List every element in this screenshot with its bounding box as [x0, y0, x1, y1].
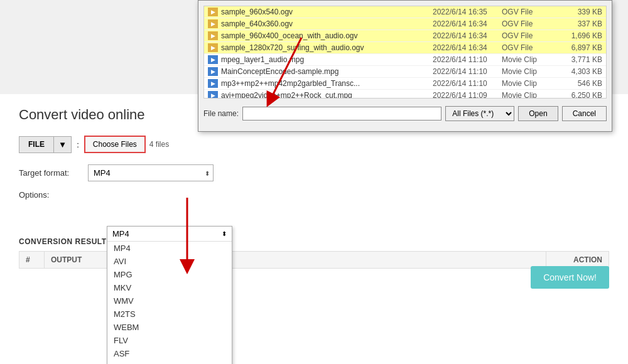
format-header-label: MP4: [112, 229, 129, 238]
file-row-5[interactable]: ▶ mpeg_layer1_audio.mpg 2022/6/14 11:10 …: [204, 54, 606, 66]
format-dropdown-wrapper: MP4 ⬍: [88, 164, 214, 181]
file-type-3: OGV File: [502, 31, 558, 40]
file-date-3: 2022/6/14 16:34: [433, 31, 502, 40]
file-size-5: 3,771 KB: [558, 55, 602, 64]
file-date-1: 2022/6/14 16:35: [433, 8, 502, 16]
file-name-7: mp3++mp2++mp42mp2garbled_Transc...: [221, 79, 433, 88]
file-icon-mpg-4: ▶: [208, 91, 218, 99]
files-count: 4 files: [149, 140, 169, 149]
file-row-6[interactable]: ▶ MainConceptEncoded-sample.mpg 2022/6/1…: [204, 66, 606, 78]
colon-separator: :: [77, 140, 79, 149]
format-item-flv[interactable]: FLV: [107, 334, 232, 347]
file-row-3[interactable]: ▶ sample_960x400_ocean_with_audio.ogv 20…: [204, 30, 606, 42]
cancel-button[interactable]: Cancel: [562, 106, 607, 121]
open-button[interactable]: Open: [518, 106, 558, 121]
file-date-6: 2022/6/14 11:10: [433, 67, 502, 76]
file-btn-group: FILE ▼: [19, 136, 72, 153]
format-item-mov[interactable]: MOV: [107, 360, 232, 364]
file-name-input[interactable]: [242, 107, 441, 120]
file-name-3: sample_960x400_ocean_with_audio.ogv: [221, 31, 433, 40]
file-date-2: 2022/6/14 16:34: [433, 19, 502, 28]
file-date-8: 2022/6/14 11:09: [433, 91, 502, 99]
file-row-1[interactable]: ▶ sample_960x540.ogv 2022/6/14 16:35 OGV…: [204, 6, 606, 18]
file-name-2: sample_640x360.ogv: [221, 19, 433, 28]
file-type-select[interactable]: All Files (*.*): [445, 106, 514, 121]
file-list: ▶ sample_960x540.ogv 2022/6/14 16:35 OGV…: [203, 6, 607, 99]
file-name-label: File name:: [203, 109, 239, 118]
file-size-6: 4,303 KB: [558, 67, 602, 76]
file-name-6: MainConceptEncoded-sample.mpg: [221, 67, 433, 76]
choose-files-button[interactable]: Choose Files: [84, 136, 146, 153]
file-size-2: 337 KB: [558, 19, 602, 28]
file-label-button[interactable]: FILE: [19, 136, 53, 153]
file-icon-mpg-3: ▶: [208, 79, 218, 88]
format-item-webm[interactable]: WEBM: [107, 321, 232, 334]
file-type-5: Movie Clip: [502, 55, 558, 64]
format-item-mkv[interactable]: MKV: [107, 281, 232, 294]
file-type-4: OGV File: [502, 43, 558, 52]
file-size-4: 6,897 KB: [558, 43, 602, 52]
file-name-1: sample_960x540.ogv: [221, 8, 433, 16]
file-size-3: 1,696 KB: [558, 31, 602, 40]
file-icon-mpg-1: ▶: [208, 55, 218, 64]
dropdown-arrow-icon: ▼: [58, 140, 67, 149]
file-name-5: mpeg_layer1_audio.mpg: [221, 55, 433, 64]
file-dialog: ▶ sample_960x540.ogv 2022/6/14 16:35 OGV…: [198, 0, 612, 132]
file-size-7: 546 KB: [558, 79, 602, 88]
file-row-7[interactable]: ▶ mp3++mp2++mp42mp2garbled_Transc... 202…: [204, 78, 606, 90]
options-label: Options:: [19, 190, 88, 200]
format-item-m2ts[interactable]: M2TS: [107, 308, 232, 321]
file-name-8: avi+mpeg2video+mp2++Rock_cut.mpg: [221, 91, 433, 99]
format-item-wmv[interactable]: WMV: [107, 294, 232, 308]
file-type-7: Movie Clip: [502, 79, 558, 88]
file-row-2[interactable]: ▶ sample_640x360.ogv 2022/6/14 16:34 OGV…: [204, 18, 606, 30]
file-icon-ogv-4: ▶: [208, 43, 218, 52]
file-icon-ogv-2: ▶: [208, 19, 218, 28]
file-date-5: 2022/6/14 11:10: [433, 55, 502, 64]
file-size-8: 6,250 KB: [558, 91, 602, 99]
red-arrow-down-2: [168, 195, 206, 276]
file-dropdown-button[interactable]: ▼: [53, 136, 72, 153]
file-name-4: sample_1280x720_surfing_with_audio.ogv: [221, 43, 433, 52]
file-icon-ogv-3: ▶: [208, 31, 218, 40]
file-type-1: OGV File: [502, 8, 558, 16]
file-type-2: OGV File: [502, 19, 558, 28]
format-list-arrow-icon: ⬍: [222, 230, 227, 237]
file-date-4: 2022/6/14 16:34: [433, 43, 502, 52]
file-row-8[interactable]: ▶ avi+mpeg2video+mp2++Rock_cut.mpg 2022/…: [204, 90, 606, 99]
file-section: FILE ▼ : Choose Files 4 files: [19, 136, 609, 153]
file-type-6: Movie Clip: [502, 67, 558, 76]
file-type-8: Movie Clip: [502, 91, 558, 99]
format-section: Target format: MP4 ⬍: [19, 164, 609, 181]
format-label: Target format:: [19, 164, 88, 178]
format-item-asf[interactable]: ASF: [107, 347, 232, 360]
file-icon-ogv: ▶: [208, 8, 218, 16]
format-dropdown[interactable]: MP4: [88, 164, 214, 181]
file-dialog-footer: File name: All Files (*.*) Open Cancel: [198, 104, 612, 124]
file-icon-mpg-2: ▶: [208, 67, 218, 76]
options-section: Options:: [19, 190, 609, 200]
col-header-number: #: [19, 252, 45, 269]
convert-now-button[interactable]: Convert Now!: [531, 266, 609, 289]
file-date-7: 2022/6/14 11:10: [433, 79, 502, 88]
file-row-4[interactable]: ▶ sample_1280x720_surfing_with_audio.ogv…: [204, 42, 606, 54]
main-content: Convert video online FILE ▼ : Choose Fil…: [0, 94, 628, 364]
file-size-1: 339 KB: [558, 8, 602, 16]
